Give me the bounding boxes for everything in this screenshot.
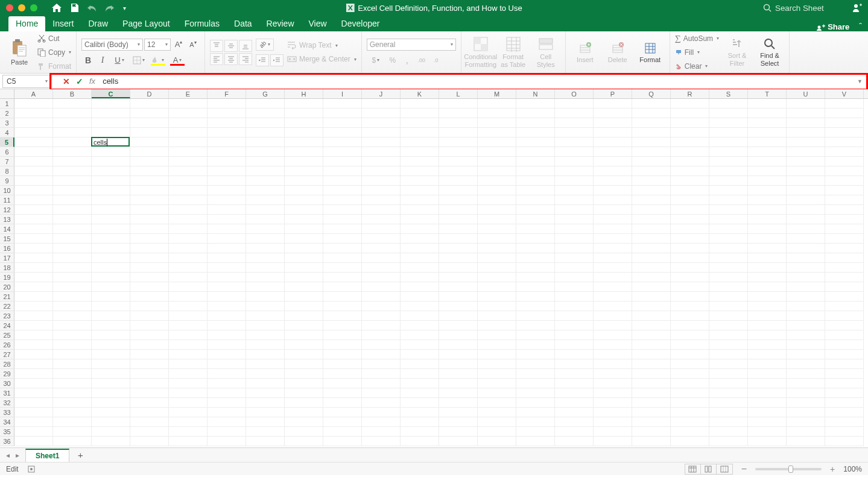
cell[interactable] — [787, 109, 825, 118]
cell[interactable] — [478, 350, 516, 359]
cell[interactable] — [130, 340, 169, 350]
cell[interactable] — [594, 147, 632, 157]
cell[interactable] — [14, 157, 53, 166]
cell[interactable] — [478, 263, 516, 273]
cell[interactable] — [207, 417, 246, 427]
cell[interactable] — [246, 273, 285, 282]
underline-button[interactable]: U▾ — [110, 54, 128, 66]
cell[interactable] — [92, 340, 130, 350]
cell[interactable] — [246, 224, 285, 234]
cell[interactable] — [169, 147, 207, 157]
cell[interactable] — [207, 273, 246, 282]
cell[interactable] — [555, 302, 594, 311]
cell[interactable] — [825, 302, 864, 311]
cell[interactable] — [439, 234, 478, 244]
column-header[interactable]: K — [401, 89, 439, 98]
cell[interactable] — [787, 408, 825, 417]
cell[interactable] — [478, 437, 516, 446]
fill-color-button[interactable]: ▾ — [149, 54, 167, 66]
cell[interactable] — [555, 369, 594, 379]
cell[interactable] — [748, 350, 787, 359]
cell[interactable] — [516, 157, 555, 166]
cell[interactable] — [53, 99, 92, 109]
column-header[interactable]: J — [362, 89, 401, 98]
cell[interactable] — [14, 379, 53, 388]
cell-styles-button[interactable]: Cell Styles — [531, 33, 560, 72]
cell[interactable] — [439, 282, 478, 292]
delete-cells-button[interactable]: Delete — [603, 33, 632, 72]
cell[interactable] — [478, 118, 516, 128]
cell[interactable] — [439, 302, 478, 311]
cell[interactable] — [555, 118, 594, 128]
cell[interactable] — [825, 109, 864, 118]
row-header[interactable]: 28 — [0, 359, 14, 369]
cell[interactable] — [787, 224, 825, 234]
cell[interactable] — [439, 330, 478, 340]
cell[interactable] — [709, 186, 748, 195]
cell[interactable] — [323, 99, 362, 109]
cell[interactable] — [478, 186, 516, 195]
cell[interactable] — [207, 311, 246, 321]
cell[interactable] — [14, 437, 53, 446]
cell[interactable] — [285, 176, 323, 186]
cell[interactable] — [169, 157, 207, 166]
cell[interactable] — [323, 330, 362, 340]
cell[interactable] — [555, 359, 594, 369]
cell[interactable] — [14, 253, 53, 263]
row-header[interactable]: 16 — [0, 244, 14, 253]
cell[interactable] — [709, 292, 748, 302]
cell[interactable] — [14, 388, 53, 398]
cell[interactable] — [246, 253, 285, 263]
row-header[interactable]: 18 — [0, 263, 14, 273]
cell[interactable] — [14, 234, 53, 244]
cell[interactable] — [632, 128, 671, 137]
cell[interactable] — [555, 408, 594, 417]
cell[interactable] — [439, 205, 478, 215]
cell[interactable] — [478, 195, 516, 205]
cell[interactable] — [207, 224, 246, 234]
cell[interactable] — [439, 311, 478, 321]
cell[interactable] — [825, 427, 864, 437]
search-sheet[interactable] — [763, 4, 847, 13]
cell[interactable] — [362, 244, 401, 253]
cell[interactable] — [825, 340, 864, 350]
cell[interactable] — [555, 176, 594, 186]
cell[interactable] — [169, 388, 207, 398]
cell[interactable] — [169, 99, 207, 109]
cell[interactable] — [323, 157, 362, 166]
cell[interactable] — [169, 330, 207, 340]
cell[interactable] — [671, 99, 709, 109]
cell[interactable] — [439, 99, 478, 109]
cell[interactable] — [362, 224, 401, 234]
cell[interactable] — [53, 137, 92, 147]
cell[interactable] — [285, 147, 323, 157]
cell[interactable] — [285, 359, 323, 369]
cell[interactable] — [478, 176, 516, 186]
cell[interactable] — [555, 215, 594, 224]
cell[interactable] — [478, 215, 516, 224]
cell[interactable] — [53, 166, 92, 176]
cell[interactable] — [53, 109, 92, 118]
cell[interactable] — [594, 166, 632, 176]
cell[interactable] — [787, 417, 825, 427]
cell[interactable] — [478, 340, 516, 350]
cell[interactable] — [53, 273, 92, 282]
cell[interactable] — [401, 350, 439, 359]
cell[interactable] — [748, 99, 787, 109]
cell[interactable] — [787, 427, 825, 437]
cell[interactable] — [130, 224, 169, 234]
cell[interactable] — [130, 437, 169, 446]
cell[interactable] — [516, 263, 555, 273]
cell[interactable] — [207, 205, 246, 215]
cell[interactable] — [632, 244, 671, 253]
cell[interactable] — [748, 417, 787, 427]
cell[interactable] — [709, 311, 748, 321]
cell[interactable] — [130, 109, 169, 118]
cell[interactable] — [632, 147, 671, 157]
cell[interactable] — [362, 253, 401, 263]
column-header[interactable]: E — [169, 89, 207, 98]
cell[interactable] — [323, 176, 362, 186]
cell[interactable] — [285, 215, 323, 224]
cell[interactable] — [285, 292, 323, 302]
cell[interactable] — [362, 388, 401, 398]
